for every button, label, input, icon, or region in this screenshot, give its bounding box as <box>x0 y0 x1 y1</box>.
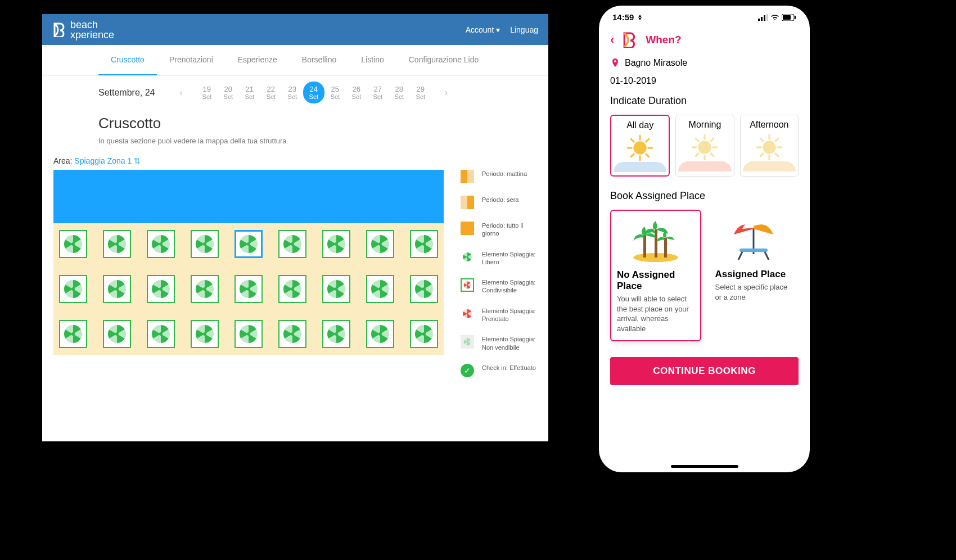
place-option[interactable]: No Assigned PlaceYou will able to select… <box>610 210 701 341</box>
umbrella-spot[interactable] <box>191 320 219 348</box>
duration-options: All dayMorningAfternoon <box>610 115 799 177</box>
status-icons <box>758 14 796 21</box>
tab-esperienze[interactable]: Esperienze <box>226 45 290 75</box>
signal-icon <box>758 14 768 21</box>
umbrella-spot[interactable] <box>103 275 131 303</box>
area-dropdown[interactable]: Spiaggia Zona 1 ⇅ <box>74 156 141 165</box>
umbrella-spot[interactable] <box>366 320 394 348</box>
date-cell[interactable]: 24Set <box>303 82 324 103</box>
section-header: Cruscotto In questa sezione puoi vedere … <box>42 109 548 145</box>
date-prev[interactable]: ‹ <box>178 85 185 100</box>
umbrella-spot[interactable] <box>147 320 175 348</box>
duration-option[interactable]: Afternoon <box>740 115 799 177</box>
area-label: Area: <box>53 156 72 165</box>
date-cell[interactable]: 26Set <box>346 82 367 103</box>
svg-rect-18 <box>783 15 791 20</box>
umbrella-spot[interactable] <box>410 320 438 348</box>
umbrella-spot[interactable] <box>366 275 394 303</box>
date-cell[interactable]: 22Set <box>260 82 282 103</box>
tab-prenotazioni[interactable]: Prenotazioni <box>157 45 226 75</box>
location-pin-icon <box>610 58 620 68</box>
umbrella-spot[interactable] <box>278 230 306 258</box>
brand-logo: beach xperience <box>52 20 114 40</box>
tab-borsellino[interactable]: Borsellino <box>290 45 349 75</box>
mobile-body: Bagno Mirasole 01-10-2019 Indicate Durat… <box>599 58 810 385</box>
umbrella-spot[interactable] <box>235 275 263 303</box>
selected-date: 01-10-2019 <box>610 76 799 86</box>
umbrella-spot[interactable] <box>103 320 131 348</box>
umbrella-spot[interactable] <box>322 275 350 303</box>
date-cell[interactable]: 25Set <box>324 82 346 103</box>
map-wrap: Periodo: mattinaPeriodo: seraPeriodo: tu… <box>42 170 548 390</box>
app-logo-icon <box>622 32 638 48</box>
date-cell[interactable]: 27Set <box>367 82 389 103</box>
mobile-panel: 14:59 ‹ When? Bagno Mirasole 01-10-2019 … <box>599 6 810 472</box>
place-option[interactable]: Assigned PlaceSelect a specific place or… <box>709 210 799 341</box>
date-cells: 19Set20Set21Set22Set23Set24Set25Set26Set… <box>196 82 431 103</box>
status-bar: 14:59 <box>599 6 810 26</box>
umbrella-spot[interactable] <box>278 320 306 348</box>
date-cell[interactable]: 28Set <box>389 82 410 103</box>
date-cell[interactable]: 19Set <box>196 82 218 103</box>
legend-item: Periodo: sera <box>461 196 537 209</box>
duration-option[interactable]: Morning <box>675 115 734 177</box>
tab-cruscotto[interactable]: Cruscotto <box>98 45 157 75</box>
nav-tabs: CruscottoPrenotazioniEsperienzeBorsellin… <box>42 45 548 76</box>
wifi-icon <box>770 14 779 21</box>
account-menu[interactable]: Account ▾ <box>466 25 500 34</box>
area-selector-row: Area: Spiaggia Zona 1 ⇅ <box>42 156 548 170</box>
umbrella-spot[interactable] <box>147 275 175 303</box>
umbrella-spot[interactable] <box>59 230 87 258</box>
umbrella-spot[interactable] <box>191 275 219 303</box>
current-date-label: Settembre, 24 <box>98 88 155 98</box>
svg-rect-22 <box>655 229 657 258</box>
legend: Periodo: mattinaPeriodo: seraPeriodo: tu… <box>461 170 537 390</box>
date-picker-row: Settembre, 24 ‹ 19Set20Set21Set22Set23Se… <box>42 76 548 109</box>
umbrella-spot[interactable] <box>59 320 87 348</box>
location-name: Bagno Mirasole <box>625 58 687 68</box>
svg-line-27 <box>765 252 769 260</box>
umbrella-spot[interactable] <box>147 230 175 258</box>
place-options: No Assigned PlaceYou will able to select… <box>610 210 799 341</box>
umbrella-spot[interactable] <box>322 230 350 258</box>
duration-label: Indicate Duration <box>610 95 799 107</box>
umbrella-spot[interactable] <box>59 275 87 303</box>
language-menu[interactable]: Linguag <box>510 25 538 34</box>
home-indicator[interactable] <box>671 465 738 468</box>
legend-item: Periodo: mattina <box>461 170 537 183</box>
umbrella-spot[interactable] <box>191 230 219 258</box>
page-subtitle: In questa sezione puoi vedere la mappa d… <box>98 137 492 145</box>
svg-line-26 <box>738 252 742 260</box>
svg-rect-19 <box>795 16 796 19</box>
umbrella-spot[interactable] <box>410 230 438 258</box>
svg-rect-15 <box>764 15 765 21</box>
mobile-title: When? <box>646 34 681 46</box>
date-cell[interactable]: 29Set <box>410 82 431 103</box>
page-title: Cruscotto <box>98 115 492 132</box>
date-cell[interactable]: 21Set <box>239 82 260 103</box>
umbrella-spot[interactable] <box>235 230 263 258</box>
tab-listino[interactable]: Listino <box>349 45 396 75</box>
umbrella-spot[interactable] <box>278 275 306 303</box>
topbar-right: Account ▾ Linguag <box>466 25 538 34</box>
legend-item: ✓Check in: Effettuato <box>461 364 537 377</box>
legend-item: Elemento Spiaggia: Non vendibile <box>461 335 537 351</box>
continue-button[interactable]: CONTINUE BOOKING <box>610 357 799 385</box>
umbrella-spot[interactable] <box>366 230 394 258</box>
beach-map <box>53 170 444 390</box>
svg-rect-16 <box>766 14 768 21</box>
location-row: Bagno Mirasole <box>610 58 799 68</box>
back-button[interactable]: ‹ <box>610 33 614 47</box>
umbrella-spot[interactable] <box>410 275 438 303</box>
duration-option[interactable]: All day <box>610 115 670 177</box>
umbrella-spot[interactable] <box>103 230 131 258</box>
sea-strip <box>53 170 444 223</box>
date-cell[interactable]: 20Set <box>218 82 239 103</box>
date-cell[interactable]: 23Set <box>282 82 303 103</box>
tab-configurazione-lido[interactable]: Configurazione Lido <box>396 45 491 75</box>
svg-rect-21 <box>643 235 646 258</box>
date-next[interactable]: › <box>443 85 450 100</box>
umbrella-spot[interactable] <box>322 320 350 348</box>
umbrella-spot[interactable] <box>235 320 263 348</box>
svg-rect-14 <box>761 17 763 21</box>
